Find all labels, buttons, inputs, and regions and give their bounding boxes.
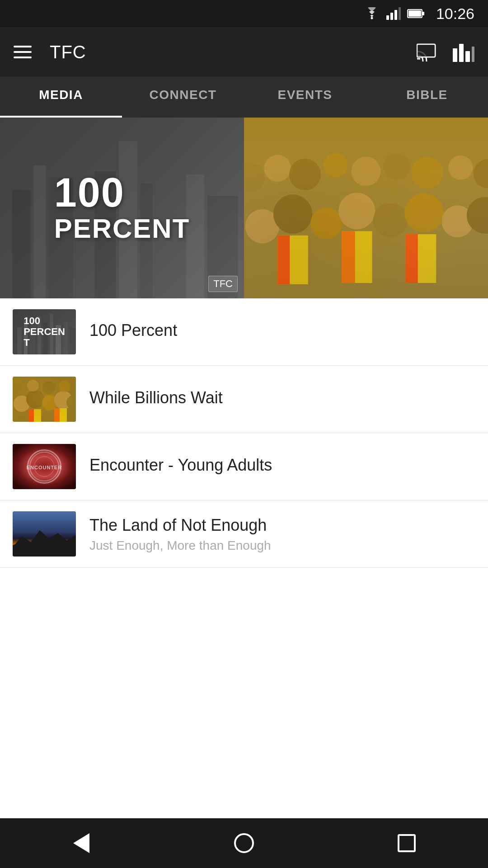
item-info-while-billions-wait: While Billions Wait <box>89 387 475 411</box>
svg-rect-7 <box>408 10 421 17</box>
signal-icon <box>386 7 401 20</box>
svg-rect-59 <box>70 328 76 354</box>
list-item[interactable]: While Billions Wait <box>0 366 488 433</box>
svg-point-45 <box>352 157 381 186</box>
svg-rect-4 <box>399 7 401 20</box>
svg-rect-2 <box>390 13 393 20</box>
list-item[interactable]: ENCOUNTER Encounter - Young Adults <box>0 433 488 500</box>
svg-point-46 <box>383 153 410 180</box>
svg-text:ENCOUNTER: ENCOUNTER <box>27 465 62 470</box>
toolbar: TFC <box>0 27 488 77</box>
svg-point-31 <box>373 203 408 237</box>
svg-rect-74 <box>13 444 76 489</box>
svg-point-28 <box>273 194 312 233</box>
svg-rect-67 <box>28 409 34 422</box>
svg-point-32 <box>404 193 443 232</box>
svg-point-29 <box>310 208 342 239</box>
svg-rect-68 <box>54 408 67 422</box>
back-icon <box>73 833 89 853</box>
list-item[interactable]: The Land of Not Enough Just Enough, More… <box>0 500 488 568</box>
toolbar-left: TFC <box>14 42 86 62</box>
svg-point-64 <box>54 391 72 409</box>
tab-bible[interactable]: BIBLE <box>366 77 488 118</box>
item-thumbnail-while-billions-wait <box>13 377 76 422</box>
item-subtitle: Just Enough, More than Enough <box>89 538 475 553</box>
svg-point-73 <box>59 381 70 392</box>
item-info-encounter: Encounter - Young Adults <box>89 455 475 479</box>
svg-rect-13 <box>465 51 470 62</box>
hero-banner-left[interactable]: 100 PERCENT TFC <box>0 118 244 298</box>
nav-tabs: MEDIA CONNECT EVENTS BIBLE <box>0 77 488 118</box>
item-info-land-of-not-enough: The Land of Not Enough Just Enough, More… <box>89 515 475 553</box>
content-list: 100PERCENT 100 Percent <box>0 298 488 568</box>
svg-rect-10 <box>418 45 435 57</box>
list-item[interactable]: 100PERCENT 100 Percent <box>0 298 488 366</box>
svg-rect-3 <box>394 10 397 20</box>
item-thumbnail-land-of-not-enough <box>13 511 76 557</box>
tab-media[interactable]: MEDIA <box>0 77 122 118</box>
svg-point-43 <box>289 159 321 190</box>
recent-apps-icon <box>398 834 416 852</box>
svg-rect-69 <box>54 408 60 422</box>
item-title: While Billions Wait <box>89 387 475 409</box>
svg-point-42 <box>264 155 291 182</box>
svg-rect-38 <box>342 231 355 283</box>
battery-icon <box>407 9 425 19</box>
bar-chart-icon[interactable] <box>452 42 474 62</box>
item-thumbnail-encounter: ENCOUNTER <box>13 444 76 489</box>
hero-banner[interactable]: 100 PERCENT TFC <box>0 118 488 298</box>
svg-rect-16 <box>12 190 31 299</box>
back-button[interactable] <box>59 821 104 866</box>
svg-rect-66 <box>28 409 41 422</box>
svg-point-76 <box>34 457 54 476</box>
svg-point-0 <box>371 17 373 19</box>
tab-connect[interactable]: CONNECT <box>122 77 244 118</box>
item-thumbnail-100-percent: 100PERCENT <box>13 309 76 354</box>
item-title: 100 Percent <box>89 320 475 341</box>
status-bar: 10:26 <box>0 0 488 27</box>
cast-icon[interactable] <box>417 42 438 61</box>
svg-rect-60 <box>13 377 76 422</box>
hero-tfc-badge: TFC <box>208 276 238 292</box>
wifi-icon <box>364 7 380 20</box>
svg-rect-12 <box>459 44 464 62</box>
svg-point-44 <box>324 153 348 178</box>
item-info-100-percent: 100 Percent <box>89 320 475 344</box>
svg-point-48 <box>448 156 473 180</box>
svg-point-30 <box>338 193 375 229</box>
svg-point-71 <box>27 380 39 392</box>
svg-point-75 <box>30 452 59 481</box>
hero-percent-text: PERCENT <box>54 213 190 244</box>
svg-rect-14 <box>472 47 474 62</box>
svg-rect-1 <box>386 15 389 20</box>
hero-100-text: 100 <box>54 172 190 213</box>
home-icon <box>234 833 254 853</box>
svg-rect-11 <box>453 48 457 62</box>
svg-point-61 <box>14 396 30 412</box>
recent-apps-button[interactable] <box>384 821 429 866</box>
item-title: The Land of Not Enough <box>89 515 475 536</box>
svg-rect-36 <box>277 236 290 284</box>
thumb-100-percent-text: 100PERCENT <box>20 312 69 352</box>
svg-rect-40 <box>406 234 418 283</box>
item-title: Encounter - Young Adults <box>89 455 475 476</box>
home-button[interactable] <box>221 821 267 866</box>
svg-point-62 <box>26 390 44 408</box>
bottom-navigation <box>0 818 488 868</box>
svg-rect-17 <box>33 165 46 299</box>
status-time: 10:26 <box>436 5 474 23</box>
svg-point-63 <box>42 395 57 410</box>
status-icons: 10:26 <box>364 5 474 23</box>
hero-banner-right[interactable] <box>244 118 488 298</box>
hamburger-menu-icon[interactable] <box>14 46 32 58</box>
svg-point-72 <box>42 382 55 394</box>
svg-point-47 <box>411 157 443 189</box>
svg-point-70 <box>13 383 23 396</box>
app-title: TFC <box>50 42 86 62</box>
tab-events[interactable]: EVENTS <box>244 77 366 118</box>
toolbar-right <box>417 42 474 62</box>
svg-rect-6 <box>422 12 424 15</box>
svg-point-65 <box>66 395 76 410</box>
